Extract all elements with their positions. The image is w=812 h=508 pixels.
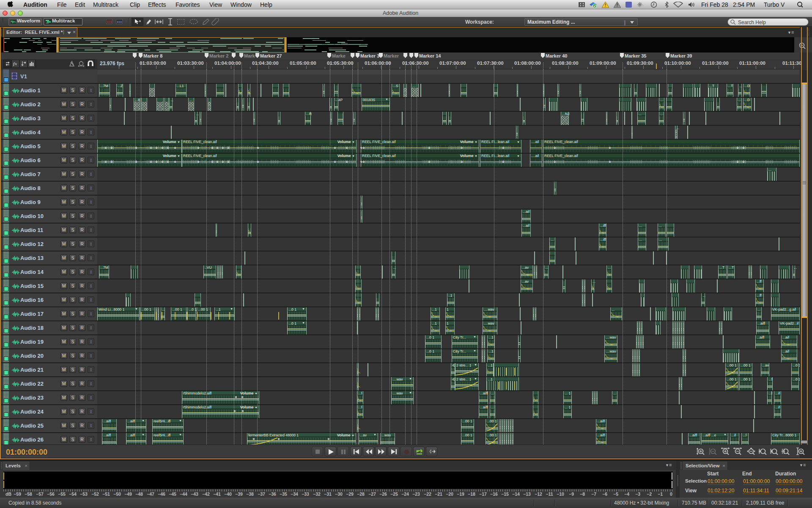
- svg-text:!: !: [605, 3, 606, 8]
- svg-text:!: !: [617, 3, 618, 8]
